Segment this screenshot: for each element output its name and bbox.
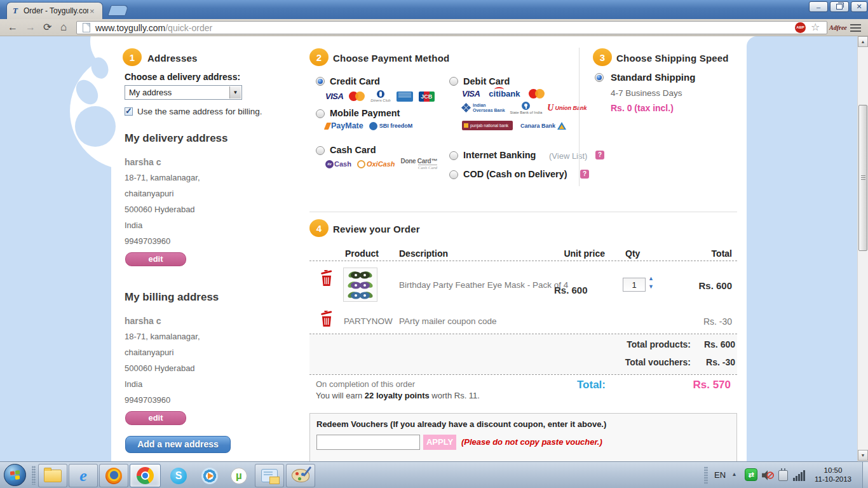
visa-logo: VISA — [462, 89, 480, 98]
screen: T Order - Toygully.com × – ✕ ← → ⟳ ⌂ www… — [0, 0, 868, 488]
chrome-menu-icon[interactable] — [850, 24, 861, 32]
total-vouchers-label: Total vouchers: — [564, 357, 691, 367]
scroll-up-button[interactable]: ▲ — [858, 36, 868, 47]
browser-titlebar: T Order - Toygully.com × – ✕ — [0, 0, 868, 19]
forward-button[interactable]: → — [25, 21, 36, 34]
adfree-extension-icon[interactable]: Adfree — [829, 24, 847, 31]
internet-banking-radio[interactable] — [449, 151, 458, 160]
internet-banking-help-icon[interactable]: ? — [595, 151, 604, 159]
address-line: chaitanyapuri — [125, 348, 173, 357]
windows-flag-icon — [10, 470, 20, 480]
tray-sync-icon[interactable]: ⇄ — [745, 468, 757, 481]
quantity-down-icon[interactable]: ▼ — [648, 284, 654, 290]
apply-voucher-button[interactable]: APPLY — [423, 435, 456, 450]
scroll-down-button[interactable]: ▼ — [858, 450, 868, 461]
voucher-code-input[interactable] — [316, 435, 420, 450]
debit-card-label[interactable]: Debit Card — [463, 76, 510, 86]
restore-button[interactable] — [830, 1, 849, 12]
start-button[interactable] — [4, 464, 26, 486]
reload-button[interactable]: ⟳ — [43, 21, 51, 34]
dropdown-arrow-icon[interactable]: ▼ — [229, 86, 241, 98]
view-list-link[interactable]: (View List) — [549, 151, 587, 161]
total-products-label: Total products: — [564, 339, 691, 349]
item-total: Rs. 600 — [683, 280, 732, 291]
tray-grip — [704, 466, 708, 484]
quantity-input[interactable] — [623, 278, 646, 292]
taskbar-skype-button[interactable]: S — [164, 464, 193, 487]
mobile-payment-radio[interactable] — [316, 109, 325, 118]
delete-item-icon[interactable] — [320, 270, 334, 287]
volume-muted-icon[interactable] — [761, 470, 774, 481]
same-billing-checkbox[interactable]: ✓ — [125, 107, 133, 116]
debit-card-logos-row2: IndianOverseas Bank State Bank of India … — [462, 102, 587, 114]
taskbar-grip — [32, 466, 36, 485]
language-indicator[interactable]: EN — [714, 470, 726, 480]
cash-card-label[interactable]: Cash Card — [330, 145, 376, 155]
taskbar-mail-button[interactable] — [255, 464, 284, 487]
choose-address-label: Choose a delivery address: — [125, 72, 240, 82]
col-unit-price: Unit price — [553, 248, 605, 259]
address-bar[interactable]: www.toygully.com /quick-order — [76, 21, 827, 34]
item-unit-price: Rs. 600 — [554, 285, 588, 295]
taskbar-utorrent-button[interactable]: µ — [225, 464, 253, 487]
taskbar-firefox-button[interactable] — [99, 464, 128, 487]
addresses-title: Addresses — [147, 53, 198, 64]
chrome-icon — [137, 467, 154, 484]
done-card-logo: Done Card™Cash Card — [401, 158, 438, 170]
mobile-payment-label[interactable]: Mobile Payment — [330, 108, 400, 118]
show-desktop-button[interactable] — [862, 462, 868, 488]
indian-overseas-bank-logo: IndianOverseas Bank — [462, 103, 505, 113]
quantity-up-icon[interactable]: ▲ — [648, 276, 654, 281]
cod-label[interactable]: COD (Cash on Delivery) — [463, 169, 567, 179]
add-new-address-button[interactable]: Add a new address — [125, 436, 231, 453]
back-button[interactable]: ← — [8, 21, 18, 34]
standard-shipping-label[interactable]: Standard Shipping — [611, 72, 695, 83]
redeem-vouchers-panel: Redeem Vouchers (If you already have a d… — [309, 413, 737, 461]
browser-tab[interactable]: T Order - Toygully.com × — [6, 2, 103, 19]
delete-voucher-icon[interactable] — [320, 311, 334, 327]
clock-date: 11-10-2013 — [812, 475, 854, 484]
minimize-button[interactable]: – — [809, 1, 828, 12]
debit-card-radio[interactable] — [449, 77, 458, 86]
vertical-scrollbar[interactable]: ▲ ▼ — [857, 36, 868, 461]
close-button[interactable]: ✕ — [851, 1, 867, 12]
paymate-logo: PayMate — [325, 121, 363, 130]
taskbar-clock[interactable]: 10:50 11-10-2013 — [812, 466, 854, 484]
scrollbar-thumb[interactable] — [858, 105, 867, 251]
tab-close-icon[interactable]: × — [90, 7, 95, 15]
delivery-address-select[interactable]: My address ▼ — [125, 85, 242, 100]
edit-billing-button[interactable]: edit — [125, 411, 186, 425]
new-tab-button[interactable] — [107, 5, 129, 16]
delivery-address-heading: My delivery address — [125, 132, 228, 145]
taskbar-paint-button[interactable] — [286, 464, 315, 487]
bookmark-star-icon[interactable]: ☆ — [811, 21, 820, 33]
tray-expand-icon[interactable]: ▴ — [733, 470, 736, 477]
network-signal-icon[interactable] — [793, 469, 808, 481]
explorer-icon — [44, 470, 62, 482]
internet-banking-label[interactable]: Internet Banking — [463, 150, 536, 160]
itzcash-logo: itzCash — [325, 160, 351, 168]
address-line: chaitanyapuri — [125, 189, 173, 198]
page-icon — [83, 23, 90, 32]
section-3-badge: 3 — [593, 48, 612, 66]
taskbar-media-player-button[interactable] — [195, 464, 224, 487]
taskbar-explorer-button[interactable] — [38, 464, 67, 487]
cod-radio[interactable] — [449, 170, 458, 179]
edit-delivery-button[interactable]: edit — [125, 252, 186, 266]
cash-card-radio[interactable] — [316, 146, 325, 155]
section-2-badge: 2 — [309, 48, 329, 66]
cod-help-icon[interactable]: ? — [580, 170, 589, 179]
credit-card-label[interactable]: Credit Card — [330, 76, 380, 86]
adblock-plus-icon[interactable]: ABP — [795, 22, 806, 33]
usb-device-icon[interactable] — [778, 470, 788, 481]
address-line: 500060 Hyderabad — [125, 205, 195, 214]
taskbar-chrome-button[interactable] — [130, 464, 161, 487]
total-products-value: Rs. 600 — [684, 339, 735, 349]
taskbar-ie-button[interactable]: e — [69, 464, 98, 487]
voucher-description: PArty mailer coupon code — [399, 316, 497, 326]
standard-shipping-radio[interactable] — [595, 73, 604, 82]
mobile-payment-logos: PayMate SBI freedoM — [325, 121, 412, 130]
home-button[interactable]: ⌂ — [60, 21, 67, 34]
credit-card-radio[interactable] — [316, 77, 325, 86]
contact-name: harsha c — [125, 316, 161, 326]
